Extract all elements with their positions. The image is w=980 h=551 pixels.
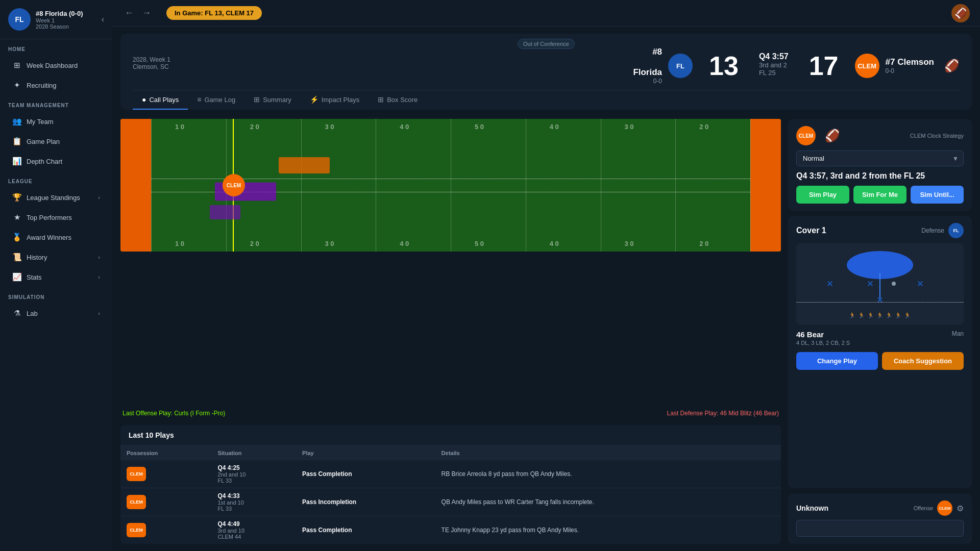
yard-num-10: 1 0 xyxy=(175,123,184,131)
clock-strategy-select[interactable]: Normal Hurry Up Milk Clock xyxy=(796,151,964,166)
col-possession: Possession xyxy=(120,446,211,460)
coach-suggestion-button[interactable]: Coach Suggestion xyxy=(882,352,964,370)
endzone-left xyxy=(120,119,151,252)
sidebar-section-team-management: TEAM MANAGEMENT 👥 My Team 📋 Game Plan 📊 … xyxy=(0,95,112,171)
sidebar-item-history[interactable]: 📜 History › xyxy=(4,247,108,267)
yard-line-10r xyxy=(750,119,751,252)
yard-line-30 xyxy=(301,119,302,252)
sidebar-item-game-plan[interactable]: 📋 Game Plan xyxy=(4,132,108,151)
football-field-wrapper: 1 0 2 0 3 0 4 0 5 0 4 0 3 0 2 0 1 0 2 0 … xyxy=(120,119,781,406)
sidebar-item-top-performers[interactable]: ★ Top Performers xyxy=(4,208,108,227)
sim-for-me-button[interactable]: Sim For Me xyxy=(853,186,906,204)
unknown-right: Offense CLEM ⚙ xyxy=(914,500,964,516)
home-record: 0-0 xyxy=(653,78,662,85)
team-season: 2028 Season xyxy=(36,23,83,30)
sidebar-section-league: LEAGUE 🏆 League Standings › ★ Top Perfor… xyxy=(0,171,112,287)
home-logo: FL xyxy=(668,54,693,78)
sidebar-item-recruiting[interactable]: ✦ Recruiting xyxy=(4,76,108,95)
yard-num-20rb: 2 0 xyxy=(699,240,708,247)
sidebar-item-award-winners[interactable]: 🏅 Award Winners xyxy=(4,228,108,247)
tab-game-log[interactable]: ≡ Game Log xyxy=(188,90,244,110)
sidebar-section-simulation-label: SIMULATION xyxy=(0,287,112,303)
tab-summary-label: Summary xyxy=(263,96,291,104)
defense-text-label: Defense xyxy=(921,227,944,234)
game-plan-icon: 📋 xyxy=(12,137,21,146)
summary-icon: ⊞ xyxy=(254,95,260,104)
possession-badge: CLEM xyxy=(127,467,146,481)
top-navigation: ← → In Game: FL 13, CLEM 17 🏈 xyxy=(112,0,980,27)
nav-back-button[interactable]: ← xyxy=(122,6,136,20)
possession-badge: CLEM xyxy=(127,523,146,537)
play-info: Last Offense Play: Curls (I Form -Pro) L… xyxy=(120,406,781,421)
clock-strategy-header: CLEM 🏈 CLEM Clock Strategy xyxy=(796,126,964,145)
history-chevron: › xyxy=(98,254,100,260)
sidebar-item-lab[interactable]: ⚗ Lab › xyxy=(4,304,108,323)
diag-ol-row: 🏃 🏃 🏃 🏃 🏃 🏃 🏃 xyxy=(849,312,911,319)
tab-impact-plays[interactable]: ⚡ Impact Plays xyxy=(301,90,369,110)
unknown-input[interactable] xyxy=(796,520,964,537)
team-details: #8 Florida (0-0) Week 1 2028 Season xyxy=(36,10,83,30)
right-panel: CLEM 🏈 CLEM Clock Strategy Normal Hurry … xyxy=(788,119,972,544)
in-game-badge: In Game: FL 13, CLEM 17 xyxy=(166,6,262,20)
defense-section: Cover 1 Defense FL ✕ xyxy=(788,216,972,488)
sidebar-item-lab-label: Lab xyxy=(27,310,38,317)
clock-strategy-label: CLEM Clock Strategy xyxy=(910,133,964,139)
game-location: Clemson, SC xyxy=(133,63,170,70)
sidebar-collapse-button[interactable]: ‹ xyxy=(102,15,104,24)
nav-arrows: ← → xyxy=(122,6,153,20)
league-standings-icon: 🏆 xyxy=(12,193,21,202)
game-area: Out of Conference 2028, Week 1 Clemson, … xyxy=(112,27,980,551)
game-log-icon: ≡ xyxy=(197,95,201,104)
sim-play-button[interactable]: Sim Play xyxy=(796,186,849,204)
unknown-clem-badge: CLEM xyxy=(937,500,952,516)
game-middle: 1 0 2 0 3 0 4 0 5 0 4 0 3 0 2 0 1 0 2 0 … xyxy=(120,119,972,544)
yard-num-50b: 5 0 xyxy=(475,240,484,247)
sidebar-item-league-standings[interactable]: 🏆 League Standings › xyxy=(4,188,108,207)
my-team-icon: 👥 xyxy=(12,117,21,126)
home-rank: #8 xyxy=(652,47,662,57)
sidebar-item-stats[interactable]: 📈 Stats › xyxy=(4,267,108,287)
clem-player: CLEM xyxy=(223,174,245,196)
main-content: ← → In Game: FL 13, CLEM 17 🏈 Out of Con… xyxy=(112,0,980,551)
coverage-label: Man xyxy=(952,330,964,337)
call-plays-icon: ● xyxy=(142,95,146,104)
sidebar-item-week-dashboard[interactable]: ⊞ Week Dashboard xyxy=(4,56,108,75)
sidebar-item-depth-chart[interactable]: 📊 Depth Chart xyxy=(4,152,108,171)
yard-num-20: 2 0 xyxy=(250,123,259,131)
endzone-right xyxy=(750,119,781,252)
tab-call-plays[interactable]: ● Call Plays xyxy=(133,90,188,110)
away-logo: CLEM xyxy=(855,54,879,78)
change-play-button[interactable]: Change Play xyxy=(796,352,878,370)
tab-summary[interactable]: ⊞ Summary xyxy=(244,90,301,110)
offense-label: Offense xyxy=(914,505,933,511)
col-situation: Situation xyxy=(211,446,296,460)
sidebar-item-recruiting-label: Recruiting xyxy=(27,82,57,89)
away-score: 17 xyxy=(799,53,849,79)
last-defense-play: Last Defense Play: 46 Mid Blitz (46 Bear… xyxy=(667,410,779,417)
unknown-title: Unknown xyxy=(796,504,828,512)
diag-ol-6: 🏃 xyxy=(895,312,902,319)
yard-num-50: 5 0 xyxy=(475,123,484,131)
yard-num-40rb: 4 0 xyxy=(550,240,559,247)
yard-num-10b: 1 0 xyxy=(175,240,184,247)
away-team-name-block: #7 Clemson 0-0 xyxy=(886,57,934,74)
action-buttons: Sim Play Sim For Me Sim Until... xyxy=(796,186,964,204)
sim-until-button[interactable]: Sim Until... xyxy=(911,186,964,204)
possession-cell: CLEM xyxy=(120,516,211,544)
game-situation-text: Q4 3:57, 3rd and 2 from the FL 25 xyxy=(796,171,964,181)
diag-ol-4: 🏃 xyxy=(876,312,884,319)
yard-num-30b: 3 0 xyxy=(325,240,334,247)
nav-forward-button[interactable]: → xyxy=(140,6,153,20)
settings-icon[interactable]: ⚙ xyxy=(957,504,964,513)
sidebar-item-my-team[interactable]: 👥 My Team xyxy=(4,112,108,131)
field-section: 1 0 2 0 3 0 4 0 5 0 4 0 3 0 2 0 1 0 2 0 … xyxy=(120,119,781,544)
tab-box-score[interactable]: ⊞ Box Score xyxy=(369,90,427,110)
team-info: FL #8 Florida (0-0) Week 1 2028 Season xyxy=(8,8,83,31)
yard-num-30r: 3 0 xyxy=(624,123,633,131)
diag-vertical-line xyxy=(879,273,880,298)
away-name: Clemson xyxy=(897,57,934,67)
defense-label: Defense FL xyxy=(921,223,964,238)
team-name: #8 Florida (0-0) xyxy=(36,10,83,17)
defense-formation xyxy=(279,157,330,173)
formation-info-row: 46 Bear 4 DL, 3 LB, 2 CB, 2 S Man xyxy=(796,330,964,348)
